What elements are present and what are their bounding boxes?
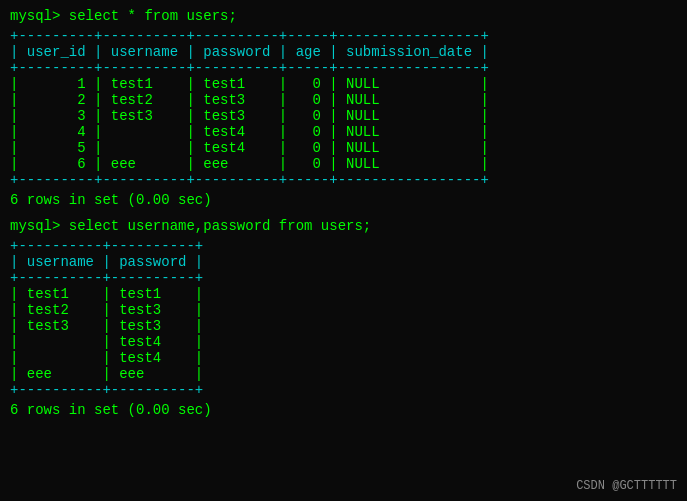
table-row: | | test4 | [10, 334, 677, 350]
table-row: | 4 | | test4 | 0 | NULL | [10, 124, 677, 140]
table1-sep-bot: +---------+----------+----------+-----+-… [10, 172, 677, 188]
table-row: | test3 | test3 | [10, 318, 677, 334]
table-row: | test2 | test3 | [10, 302, 677, 318]
query1-command: select * from users; [69, 8, 237, 24]
query2-command: select username,password from users; [69, 218, 371, 234]
query1-prompt: mysql> select * from users; [10, 8, 677, 24]
prompt2-text: mysql> [10, 218, 69, 234]
table2-sep-bot: +----------+----------+ [10, 382, 677, 398]
table-row: | 5 | | test4 | 0 | NULL | [10, 140, 677, 156]
table-row: | test1 | test1 | [10, 286, 677, 302]
watermark: CSDN @GCTTTTTT [576, 479, 677, 493]
table-row: | 2 | test2 | test3 | 0 | NULL | [10, 92, 677, 108]
table-row: | 6 | eee | eee | 0 | NULL | [10, 156, 677, 172]
table2-header: | username | password | [10, 254, 677, 270]
table2-container: +----------+----------+ | username | pas… [10, 238, 677, 398]
query1-result: 6 rows in set (0.00 sec) [10, 192, 677, 208]
table-row: | | test4 | [10, 350, 677, 366]
table-row: | 3 | test3 | test3 | 0 | NULL | [10, 108, 677, 124]
query2-result: 6 rows in set (0.00 sec) [10, 402, 677, 418]
table2-sep-top: +----------+----------+ [10, 238, 677, 254]
table2-rows: | test1 | test1 || test2 | test3 || test… [10, 286, 677, 382]
table2-sep-mid: +----------+----------+ [10, 270, 677, 286]
table1-container: +---------+----------+----------+-----+-… [10, 28, 677, 188]
query2-prompt: mysql> select username,password from use… [10, 218, 677, 234]
table1-header: | user_id | username | password | age | … [10, 44, 677, 60]
table1-sep-top: +---------+----------+----------+-----+-… [10, 28, 677, 44]
table-row: | 1 | test1 | test1 | 0 | NULL | [10, 76, 677, 92]
table-row: | eee | eee | [10, 366, 677, 382]
table1-sep-mid: +---------+----------+----------+-----+-… [10, 60, 677, 76]
table1-rows: | 1 | test1 | test1 | 0 | NULL || 2 | te… [10, 76, 677, 172]
prompt-text: mysql> [10, 8, 69, 24]
